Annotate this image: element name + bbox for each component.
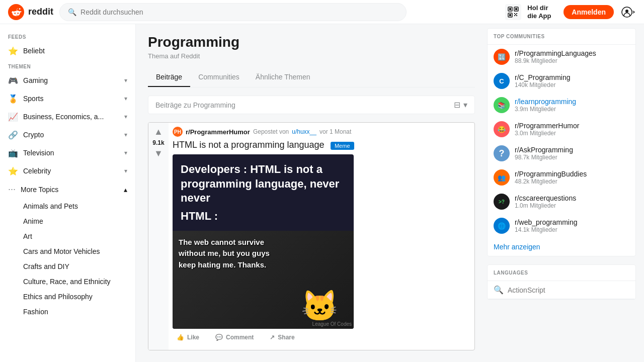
sidebar-sub-item-crafts[interactable]: Crafts and DIY	[0, 259, 135, 274]
filter-text: Beiträge zu Programming	[155, 101, 450, 109]
community-item-0[interactable]: 🔣 r/ProgrammingLanguages 88.9k Mitgliede…	[488, 45, 635, 69]
sidebar-item-celebrity[interactable]: ⭐ Celebrity ▾	[0, 162, 135, 180]
chevron-down-icon: ▾	[124, 95, 127, 102]
community-name-6: r/cscareerquestions	[515, 194, 629, 202]
top-communities-widget: TOP COMMUNITIES 🔣 r/ProgrammingLanguages…	[487, 28, 636, 256]
svg-rect-7	[514, 13, 515, 14]
community-members-2: 3.9m Mitglieder	[515, 106, 629, 113]
community-avatar-3: 😂	[494, 121, 510, 137]
sidebar-sub-item-anime[interactable]: Anime	[0, 214, 135, 229]
community-info-5: r/ProgrammingBuddies 48.2k Mitglieder	[515, 170, 629, 185]
community-item-1[interactable]: C r/C_Programming 140k Mitglieder	[488, 69, 635, 93]
login-button[interactable]: Anmelden	[564, 5, 614, 19]
search-input[interactable]	[80, 8, 398, 16]
search-icon: 🔍	[494, 285, 504, 295]
logo[interactable]: reddit	[8, 4, 53, 20]
post-title-row: HTML is not a programming language Meme	[173, 140, 470, 150]
community-avatar-4: ?	[494, 145, 510, 161]
svg-rect-11	[515, 14, 516, 15]
qr-icon[interactable]	[505, 4, 521, 20]
svg-rect-2	[509, 8, 511, 10]
tab-beitraege[interactable]: Beiträge	[148, 68, 190, 87]
community-info-1: r/C_Programming 140k Mitglieder	[515, 73, 629, 88]
crypto-icon: 🔗	[8, 130, 18, 140]
chevron-down-icon[interactable]: ▾	[463, 100, 467, 110]
post-inner: ▲ 9.1k ▼ PH r/ProgrammerHumor Gepostet v…	[148, 123, 474, 350]
page-subtitle: Thema auf Reddit	[148, 52, 475, 60]
tab-aehnliche[interactable]: Ähnliche Themen	[248, 68, 318, 87]
sidebar-sub-item-art[interactable]: Art	[0, 229, 135, 244]
user-menu[interactable]	[620, 6, 636, 18]
community-item-5[interactable]: 👥 r/ProgrammingBuddies 48.2k Mitglieder	[488, 165, 635, 190]
post-image: Developers : HTML is not a programming l…	[173, 154, 354, 329]
like-button[interactable]: 👍 Like	[173, 331, 203, 344]
feeds-label: FEEDS	[0, 30, 135, 42]
community-item-4[interactable]: ? r/AskProgramming 98.7k Mitglieder	[488, 141, 635, 165]
community-name-7: r/web_programming	[515, 218, 629, 226]
sidebar-item-sports[interactable]: 🏅 Sports ▾	[0, 89, 135, 108]
mehr-anzeigen-button[interactable]: Mehr anzeigen	[488, 238, 635, 256]
cat-image: The web cannot survive without me, but y…	[173, 231, 354, 329]
star-icon: ⭐	[8, 46, 18, 56]
community-avatar-5: 👥	[494, 169, 510, 186]
cat-emoji-icon: 🐱	[301, 288, 339, 324]
tab-communities[interactable]: Communities	[190, 68, 248, 87]
sidebar-item-gaming[interactable]: 🎮 Gaming ▾	[0, 71, 135, 89]
share-button[interactable]: ↗ Share	[266, 331, 298, 344]
app-button-area: Hol dir die App	[527, 4, 557, 20]
svg-rect-9	[514, 15, 515, 16]
sidebar-sub-item-animals[interactable]: Animals and Pets	[0, 199, 135, 214]
post-card: ▲ 9.1k ▼ PH r/ProgrammerHumor Gepostet v…	[148, 122, 475, 350]
meme-text-area: Developers : HTML is not a programming l…	[173, 154, 354, 231]
post-username[interactable]: u/huxx__	[292, 128, 316, 135]
celebrity-icon: ⭐	[8, 166, 18, 176]
upvote-button[interactable]: ▲	[154, 127, 163, 137]
community-item-3[interactable]: 😂 r/ProgrammerHumor 3.0m Mitglieder	[488, 117, 635, 141]
view-list-icon[interactable]: ⊟	[454, 100, 460, 110]
watermark-text: League Of Codes	[312, 321, 352, 327]
community-item-7[interactable]: 🌐 r/web_programming 14.1k Mitglieder	[488, 214, 635, 238]
sidebar-crypto-label: Crypto	[23, 131, 44, 139]
community-members-7: 14.1k Mitglieder	[515, 226, 629, 233]
svg-rect-8	[516, 13, 517, 14]
community-avatar-2: 📚	[494, 97, 510, 113]
subreddit-name[interactable]: r/ProgrammerHumor	[186, 128, 250, 136]
sidebar-item-beliebt[interactable]: ⭐ Beliebt	[0, 42, 135, 60]
community-item-6[interactable]: >? r/cscareerquestions 1.0m Mitglieder	[488, 190, 635, 214]
sidebar-sub-item-culture[interactable]: Culture, Race, and Ethnicity	[0, 274, 135, 289]
chevron-down-icon: ▾	[124, 77, 127, 84]
lang-search-input[interactable]	[508, 286, 629, 294]
sidebar: FEEDS ⭐ Beliebt THEMEN 🎮 Gaming ▾ 🏅 Spor…	[0, 24, 136, 362]
sidebar-sub-item-cars[interactable]: Cars and Motor Vehicles	[0, 244, 135, 259]
sports-icon: 🏅	[8, 94, 18, 104]
layout: FEEDS ⭐ Beliebt THEMEN 🎮 Gaming ▾ 🏅 Spor…	[0, 24, 644, 362]
svg-rect-6	[509, 14, 511, 16]
community-members-6: 1.0m Mitglieder	[515, 202, 629, 209]
community-name-0: r/ProgrammingLanguages	[515, 49, 629, 57]
search-bar[interactable]: 🔍	[59, 3, 407, 21]
television-icon: 📺	[8, 148, 18, 158]
community-item-2[interactable]: 📚 r/learnprogramming 3.9m Mitglieder	[488, 93, 635, 117]
community-info-6: r/cscareerquestions 1.0m Mitglieder	[515, 194, 629, 209]
community-avatar-0: 🔣	[494, 49, 510, 65]
sidebar-sub-item-ethics[interactable]: Ethics and Philosophy	[0, 289, 135, 304]
logo-text: reddit	[28, 7, 53, 17]
downvote-button[interactable]: ▼	[154, 148, 163, 159]
post-posted-by: Gepostet von	[253, 128, 289, 135]
community-name-4: r/AskProgramming	[515, 146, 629, 154]
community-info-4: r/AskProgramming 98.7k Mitglieder	[515, 146, 629, 161]
gaming-icon: 🎮	[8, 75, 18, 85]
sidebar-sports-label: Sports	[23, 95, 43, 103]
sidebar-item-business[interactable]: 📈 Business, Economics, a... ▾	[0, 108, 135, 126]
sidebar-item-television[interactable]: 📺 Television ▾	[0, 144, 135, 162]
community-name-3: r/ProgrammerHumor	[515, 122, 629, 130]
like-label: Like	[187, 334, 199, 341]
sidebar-item-crypto[interactable]: 🔗 Crypto ▾	[0, 126, 135, 144]
community-name-1: r/C_Programming	[515, 73, 629, 81]
vote-count: 9.1k	[152, 139, 164, 146]
sidebar-sub-item-fashion[interactable]: Fashion	[0, 304, 135, 319]
meme-badge: Meme	[331, 142, 354, 150]
comment-button[interactable]: 💬 Comment	[211, 331, 258, 344]
more-topics-toggle[interactable]: ··· More Topics ▴	[0, 180, 135, 199]
community-link-2[interactable]: r/learnprogramming	[515, 98, 576, 106]
